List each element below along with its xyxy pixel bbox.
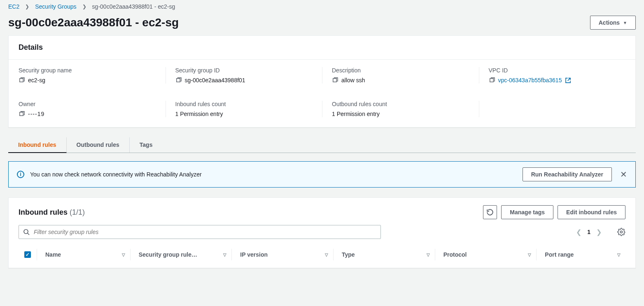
inbound-count-label: Inbound rules count — [175, 101, 313, 107]
pager: ❮ 1 ❯ — [576, 228, 625, 236]
info-banner-text: You can now check network connectivity w… — [30, 171, 202, 178]
breadcrumb-ec2[interactable]: EC2 — [8, 3, 19, 10]
chevron-right-icon: ❯ — [82, 4, 86, 9]
close-icon[interactable]: ✕ — [620, 170, 627, 178]
inbound-rules-title: Inbound rules (1/1) — [19, 208, 85, 217]
breadcrumb-current: sg-00c0e2aaa43988f01 - ec2-sg — [92, 3, 175, 10]
col-port-range[interactable]: Port range — [545, 251, 574, 258]
sg-name-label: Security group name — [19, 67, 156, 74]
svg-rect-3 — [490, 78, 493, 81]
sort-icon[interactable]: ▽ — [122, 253, 125, 257]
copy-icon[interactable] — [175, 77, 182, 83]
tab-inbound-rules[interactable]: Inbound rules — [8, 137, 67, 153]
owner-label: Owner — [19, 101, 156, 107]
reachability-info-banner: i You can now check network connectivity… — [8, 161, 636, 188]
breadcrumb: EC2 ❯ Security Groups ❯ sg-00c0e2aaa4398… — [8, 0, 636, 16]
owner-value: ----19 — [28, 111, 44, 117]
search-icon — [23, 229, 30, 235]
inbound-count-value: 1 Permission entry — [175, 111, 223, 117]
filter-rules-input[interactable] — [33, 228, 376, 236]
sort-icon[interactable]: ▽ — [223, 253, 226, 257]
refresh-icon — [486, 209, 494, 216]
outbound-count-value: 1 Permission entry — [332, 111, 380, 117]
run-reachability-analyzer-button[interactable]: Run Reachability Analyzer — [523, 167, 612, 181]
refresh-button[interactable] — [483, 205, 497, 219]
sort-icon[interactable]: ▽ — [427, 253, 430, 257]
copy-icon[interactable] — [19, 111, 25, 117]
copy-icon[interactable] — [19, 77, 25, 83]
col-type[interactable]: Type — [342, 251, 355, 258]
sort-icon[interactable]: ▽ — [617, 253, 621, 257]
description-value: allow ssh — [341, 77, 365, 83]
copy-icon[interactable] — [332, 77, 338, 83]
filter-rules-input-wrap[interactable] — [19, 225, 381, 239]
rules-count: (1/1) — [70, 208, 85, 216]
info-icon: i — [17, 171, 24, 178]
page-title: sg-00c0e2aaa43988f01 - ec2-sg — [8, 16, 179, 29]
page-prev-icon[interactable]: ❮ — [576, 228, 581, 236]
sg-name-value: ec2-sg — [28, 77, 45, 83]
select-all-checkbox[interactable]: ✓ — [24, 251, 31, 258]
tab-tags[interactable]: Tags — [130, 137, 163, 153]
col-sg-rule[interactable]: Security group rule… — [139, 251, 197, 258]
sort-icon[interactable]: ▽ — [528, 253, 531, 257]
manage-tags-button[interactable]: Manage tags — [501, 205, 553, 219]
svg-rect-1 — [176, 78, 180, 81]
breadcrumb-security-groups[interactable]: Security Groups — [35, 3, 76, 10]
col-name[interactable]: Name — [45, 251, 61, 258]
svg-point-5 — [24, 230, 28, 234]
inbound-rules-panel: Inbound rules (1/1) Manage tags Edit inb… — [8, 197, 636, 268]
gear-icon[interactable] — [617, 228, 625, 236]
chevron-right-icon: ❯ — [25, 4, 29, 9]
svg-point-6 — [621, 231, 623, 233]
edit-inbound-rules-button[interactable]: Edit inbound rules — [558, 205, 625, 219]
caret-down-icon: ▼ — [623, 21, 627, 25]
manage-tags-label: Manage tags — [510, 209, 545, 216]
svg-rect-0 — [20, 78, 23, 81]
details-panel: Details Security group name ec2-sg Secur… — [8, 35, 636, 128]
external-link-icon[interactable] — [565, 77, 571, 83]
page-number: 1 — [587, 229, 590, 235]
sg-id-label: Security group ID — [175, 67, 313, 74]
actions-button-label: Actions — [599, 19, 620, 26]
actions-button[interactable]: Actions ▼ — [590, 16, 636, 30]
rules-table-header: ✓ Name ▽ Security group rule… ▽ IP versi… — [19, 245, 625, 260]
details-panel-title: Details — [9, 36, 635, 60]
tabs: Inbound rules Outbound rules Tags — [8, 137, 636, 153]
svg-rect-2 — [333, 78, 336, 81]
copy-icon[interactable] — [489, 77, 495, 83]
run-reachability-label: Run Reachability Analyzer — [531, 171, 603, 178]
sort-icon[interactable]: ▽ — [325, 253, 328, 257]
description-label: Description — [332, 67, 469, 74]
edit-inbound-rules-label: Edit inbound rules — [566, 209, 617, 216]
rules-title-text: Inbound rules — [19, 208, 68, 216]
outbound-count-label: Outbound rules count — [332, 101, 469, 107]
page-next-icon[interactable]: ❯ — [596, 228, 602, 236]
sg-id-value: sg-00c0e2aaa43988f01 — [185, 77, 245, 83]
svg-rect-4 — [20, 112, 23, 115]
vpc-id-link[interactable]: vpc-06343a7b55fba3615 — [498, 77, 562, 83]
vpc-id-label: VPC ID — [489, 67, 626, 74]
tab-outbound-rules[interactable]: Outbound rules — [67, 137, 130, 153]
col-protocol[interactable]: Protocol — [443, 251, 467, 258]
col-ip-version[interactable]: IP version — [240, 251, 268, 258]
